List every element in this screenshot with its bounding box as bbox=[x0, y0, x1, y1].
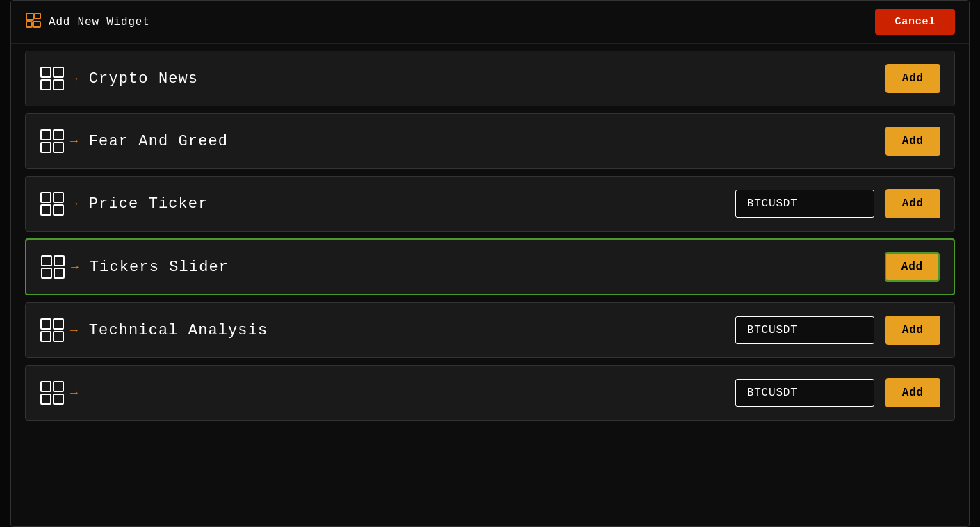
svg-rect-4 bbox=[41, 67, 51, 77]
add-button-bottom[interactable]: Add bbox=[885, 378, 940, 407]
svg-rect-9 bbox=[54, 130, 63, 140]
widget-row-tickers-slider: → Tickers Slider Add bbox=[25, 238, 955, 295]
svg-rect-10 bbox=[41, 143, 51, 152]
widget-name-price-ticker: Price Ticker bbox=[89, 195, 724, 213]
arrow-icon-technical: → bbox=[70, 323, 78, 337]
modal-header-icon bbox=[25, 12, 42, 33]
svg-rect-5 bbox=[54, 67, 63, 77]
arrow-icon-tickers: → bbox=[71, 260, 79, 274]
svg-rect-12 bbox=[41, 193, 51, 202]
widget-name-technical-analysis: Technical Analysis bbox=[89, 322, 724, 339]
widget-name-tickers-slider: Tickers Slider bbox=[90, 259, 874, 276]
widget-icon-area-price: → bbox=[40, 191, 78, 216]
svg-rect-21 bbox=[54, 319, 63, 329]
arrow-icon-bottom: → bbox=[70, 386, 78, 400]
add-button-price-ticker[interactable]: Add bbox=[885, 189, 940, 218]
svg-rect-11 bbox=[54, 143, 63, 152]
widget-icon-fear bbox=[40, 129, 65, 154]
widget-icon-technical bbox=[40, 318, 65, 343]
widget-row-fear-and-greed: → Fear And Greed Add bbox=[25, 113, 955, 169]
svg-rect-15 bbox=[54, 205, 63, 215]
arrow-icon-fear: → bbox=[70, 134, 78, 148]
widget-icon-area: → bbox=[40, 66, 78, 91]
svg-rect-23 bbox=[54, 332, 63, 341]
svg-rect-26 bbox=[41, 394, 51, 404]
svg-rect-19 bbox=[54, 268, 64, 278]
widget-row-partial-bottom: → Add bbox=[25, 365, 955, 421]
svg-rect-0 bbox=[26, 13, 33, 20]
svg-rect-8 bbox=[41, 130, 51, 140]
svg-rect-3 bbox=[33, 22, 40, 27]
widget-row-price-ticker: → Price Ticker Add bbox=[25, 176, 955, 232]
widget-name-fear-and-greed: Fear And Greed bbox=[89, 133, 874, 150]
modal-header: Add New Widget Cancel bbox=[11, 1, 969, 44]
svg-rect-17 bbox=[54, 256, 64, 266]
arrow-icon-price: → bbox=[70, 197, 78, 211]
widget-icon-area-bottom: → bbox=[40, 380, 78, 405]
svg-rect-6 bbox=[41, 80, 51, 90]
widget-row-crypto-news: → Crypto News Add bbox=[25, 51, 955, 106]
svg-rect-1 bbox=[35, 13, 40, 19]
svg-rect-20 bbox=[41, 319, 51, 329]
add-button-technical-analysis[interactable]: Add bbox=[885, 316, 940, 345]
svg-rect-24 bbox=[41, 382, 51, 391]
svg-rect-27 bbox=[54, 394, 63, 404]
modal-title: Add New Widget bbox=[49, 16, 150, 29]
modal-content: → Crypto News Add → bbox=[11, 44, 969, 526]
widget-name-crypto-news: Crypto News bbox=[89, 70, 874, 88]
svg-rect-13 bbox=[54, 193, 63, 202]
add-button-crypto-news[interactable]: Add bbox=[885, 64, 940, 93]
svg-rect-25 bbox=[54, 382, 63, 391]
bottom-input[interactable] bbox=[735, 379, 874, 407]
widget-icon-area-fear: → bbox=[40, 129, 78, 154]
svg-rect-16 bbox=[42, 256, 51, 266]
svg-rect-2 bbox=[26, 22, 32, 27]
svg-rect-18 bbox=[42, 268, 51, 278]
widget-icon-area-technical: → bbox=[40, 318, 78, 343]
cancel-button[interactable]: Cancel bbox=[875, 9, 955, 35]
add-button-fear-and-greed[interactable]: Add bbox=[885, 127, 940, 156]
svg-rect-7 bbox=[54, 80, 63, 90]
widget-icon-bottom bbox=[40, 380, 65, 405]
svg-rect-22 bbox=[41, 332, 51, 341]
modal-title-area: Add New Widget bbox=[25, 12, 150, 33]
widget-icon-price bbox=[40, 191, 65, 216]
technical-analysis-input[interactable] bbox=[735, 316, 874, 344]
arrow-icon: → bbox=[70, 72, 78, 86]
add-button-tickers-slider[interactable]: Add bbox=[885, 252, 940, 282]
widget-icon-crypto-news bbox=[40, 66, 65, 91]
modal-overlay: Add New Widget Cancel → bbox=[0, 0, 980, 527]
widget-icon-tickers bbox=[40, 254, 65, 279]
price-ticker-input[interactable] bbox=[735, 190, 874, 218]
svg-rect-14 bbox=[41, 205, 51, 215]
widget-row-technical-analysis: → Technical Analysis Add bbox=[25, 302, 955, 358]
add-widget-modal: Add New Widget Cancel → bbox=[10, 0, 970, 527]
widget-icon-area-tickers: → bbox=[40, 254, 79, 279]
